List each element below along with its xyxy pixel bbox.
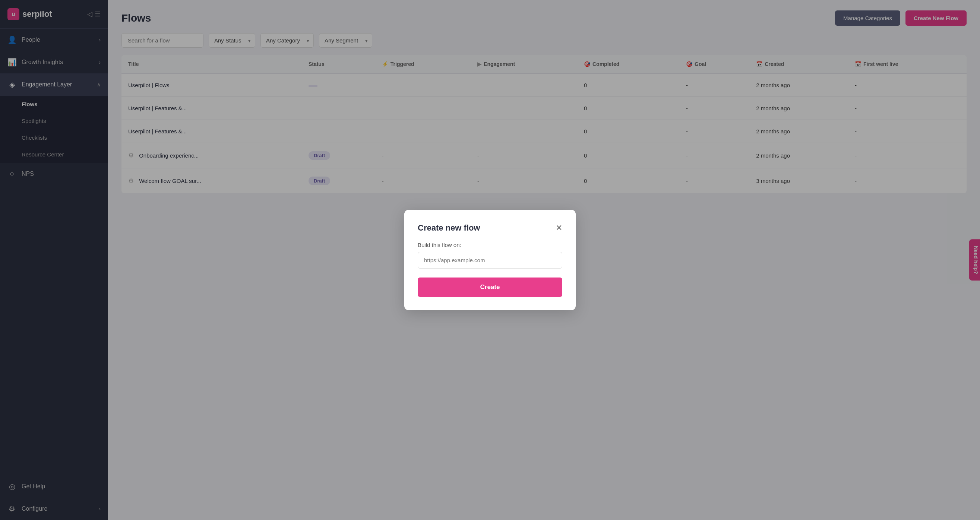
modal-overlay[interactable]: Create new flow ✕ Build this flow on: Cr…: [0, 0, 980, 520]
modal-create-button[interactable]: Create: [418, 278, 562, 297]
modal-header: Create new flow ✕: [418, 223, 562, 233]
modal-close-button[interactable]: ✕: [555, 224, 562, 232]
modal-build-label: Build this flow on:: [418, 242, 562, 248]
create-flow-modal: Create new flow ✕ Build this flow on: Cr…: [404, 210, 576, 310]
modal-url-input[interactable]: [418, 252, 562, 269]
modal-title: Create new flow: [418, 223, 480, 233]
